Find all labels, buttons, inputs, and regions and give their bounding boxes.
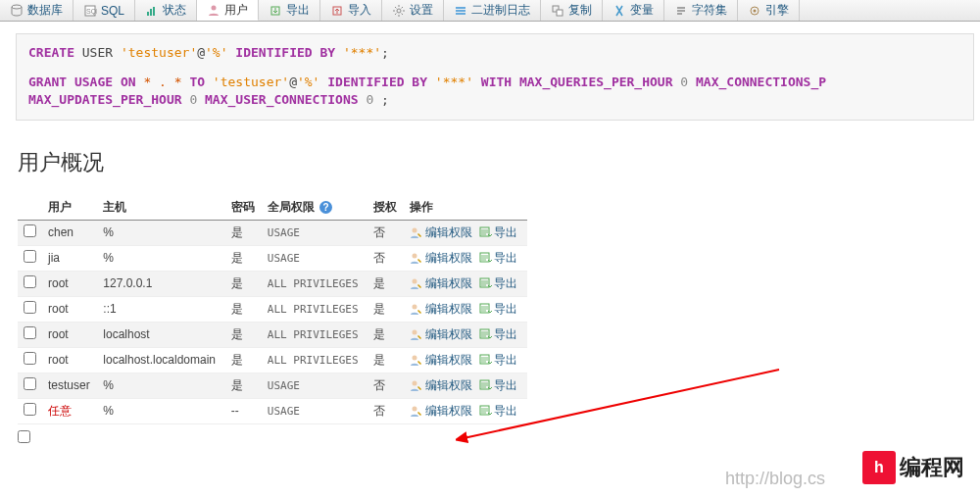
cell-user: jia bbox=[42, 245, 97, 271]
row-checkbox[interactable] bbox=[24, 301, 36, 314]
tab-复制[interactable]: 复制 bbox=[541, 0, 603, 21]
tab-变量[interactable]: 变量 bbox=[603, 0, 664, 21]
cell-privileges: ALL PRIVILEGES bbox=[262, 271, 368, 296]
svg-point-17 bbox=[412, 228, 416, 233]
edit-user-icon bbox=[410, 353, 423, 367]
tab-用户[interactable]: 用户 bbox=[197, 0, 259, 21]
svg-rect-18 bbox=[480, 227, 489, 236]
export-link[interactable]: 导出 bbox=[494, 276, 517, 290]
table-row: root localhost.localdomain 是 ALL PRIVILE… bbox=[18, 347, 527, 373]
svg-rect-30 bbox=[480, 380, 489, 389]
tab-label: 设置 bbox=[410, 2, 433, 19]
edit-user-icon bbox=[410, 378, 423, 392]
svg-point-25 bbox=[412, 330, 416, 335]
export-row-icon bbox=[478, 378, 492, 392]
row-checkbox[interactable] bbox=[24, 326, 36, 339]
svg-rect-14 bbox=[557, 10, 563, 16]
col-global-privileges: 全局权限 ? bbox=[262, 195, 368, 221]
export-link[interactable]: 导出 bbox=[494, 251, 517, 265]
cell-user: root bbox=[42, 322, 97, 347]
help-icon[interactable]: ? bbox=[319, 201, 332, 214]
cell-password: 是 bbox=[225, 347, 262, 373]
svg-rect-28 bbox=[480, 355, 489, 364]
tab-导入[interactable]: 导入 bbox=[320, 0, 382, 21]
row-checkbox[interactable] bbox=[24, 352, 36, 365]
row-checkbox[interactable] bbox=[24, 224, 36, 237]
table-row: testuser % 是 USAGE 否 编辑权限 导出 bbox=[18, 373, 527, 398]
cell-host: 127.0.0.1 bbox=[97, 271, 224, 296]
row-checkbox[interactable] bbox=[24, 250, 36, 263]
svg-rect-20 bbox=[480, 253, 489, 262]
edit-privileges-link[interactable]: 编辑权限 bbox=[425, 225, 472, 239]
export-link[interactable]: 导出 bbox=[494, 327, 517, 341]
tab-SQL[interactable]: SQLSQL bbox=[74, 0, 135, 21]
check-all[interactable] bbox=[18, 430, 30, 443]
col-host: 主机 bbox=[97, 195, 224, 221]
sql-result-box: CREATE USER 'testuser'@'%' IDENTIFIED BY… bbox=[16, 33, 974, 121]
engine-icon bbox=[748, 4, 761, 18]
cell-privileges: USAGE bbox=[262, 398, 368, 423]
col-action: 操作 bbox=[404, 195, 527, 221]
tab-label: 用户 bbox=[224, 2, 248, 19]
svg-point-31 bbox=[412, 407, 416, 412]
tab-label: 数据库 bbox=[27, 2, 63, 19]
cell-password: 是 bbox=[225, 245, 262, 271]
export-link[interactable]: 导出 bbox=[494, 378, 517, 392]
table-row: 任意 % -- USAGE 否 编辑权限 导出 bbox=[18, 398, 527, 423]
charset-icon bbox=[674, 4, 688, 18]
cell-privileges: ALL PRIVILEGES bbox=[262, 322, 368, 347]
svg-point-16 bbox=[754, 9, 757, 12]
row-checkbox[interactable] bbox=[24, 275, 36, 288]
cell-password: 是 bbox=[225, 296, 262, 322]
col-grant: 授权 bbox=[368, 195, 404, 221]
cell-password: 是 bbox=[225, 271, 262, 296]
svg-point-19 bbox=[412, 254, 416, 259]
tab-设置[interactable]: 设置 bbox=[382, 0, 444, 21]
tab-label: 变量 bbox=[630, 2, 654, 19]
export-row-icon bbox=[478, 353, 492, 367]
sql-keyword: CREATE bbox=[28, 45, 74, 60]
tab-状态[interactable]: 状态 bbox=[135, 0, 197, 21]
export-link[interactable]: 导出 bbox=[494, 404, 517, 418]
export-icon bbox=[269, 4, 282, 18]
tab-label: 状态 bbox=[163, 2, 186, 19]
row-checkbox[interactable] bbox=[24, 377, 36, 390]
cell-grant: 否 bbox=[368, 245, 404, 271]
tab-引擎[interactable]: 引擎 bbox=[738, 0, 800, 21]
cell-user: root bbox=[42, 296, 97, 322]
export-link[interactable]: 导出 bbox=[494, 225, 517, 239]
tab-数据库[interactable]: 数据库 bbox=[0, 0, 74, 21]
cell-password: 是 bbox=[225, 220, 262, 245]
export-link[interactable]: 导出 bbox=[494, 302, 517, 316]
export-row-icon bbox=[478, 225, 492, 239]
tab-字符集[interactable]: 字符集 bbox=[664, 0, 738, 21]
edit-privileges-link[interactable]: 编辑权限 bbox=[425, 276, 472, 290]
svg-rect-12 bbox=[456, 13, 466, 15]
edit-privileges-link[interactable]: 编辑权限 bbox=[425, 404, 472, 418]
svg-rect-22 bbox=[480, 278, 489, 287]
cell-grant: 是 bbox=[368, 322, 404, 347]
tab-二进制日志[interactable]: 二进制日志 bbox=[444, 0, 541, 21]
tab-导出[interactable]: 导出 bbox=[259, 0, 320, 21]
edit-privileges-link[interactable]: 编辑权限 bbox=[425, 327, 472, 341]
users-icon bbox=[207, 3, 220, 17]
cell-user: root bbox=[42, 347, 97, 373]
edit-privileges-link[interactable]: 编辑权限 bbox=[425, 353, 472, 367]
edit-privileges-link[interactable]: 编辑权限 bbox=[425, 378, 472, 392]
tab-label: SQL bbox=[101, 4, 124, 18]
edit-privileges-link[interactable]: 编辑权限 bbox=[425, 251, 472, 265]
edit-privileges-link[interactable]: 编辑权限 bbox=[425, 302, 472, 316]
svg-point-29 bbox=[412, 381, 416, 386]
cell-grant: 是 bbox=[368, 271, 404, 296]
section-title-users: 用户概况 bbox=[18, 148, 980, 177]
cell-privileges: ALL PRIVILEGES bbox=[262, 347, 368, 373]
col-password: 密码 bbox=[225, 195, 262, 221]
cell-user: 任意 bbox=[42, 398, 97, 423]
export-link[interactable]: 导出 bbox=[494, 353, 517, 367]
svg-point-6 bbox=[212, 6, 217, 11]
cell-grant: 否 bbox=[368, 373, 404, 398]
row-checkbox[interactable] bbox=[24, 403, 36, 416]
settings-icon bbox=[392, 4, 406, 18]
tab-label: 导入 bbox=[348, 2, 371, 19]
table-row: chen % 是 USAGE 否 编辑权限 导出 bbox=[18, 220, 527, 245]
